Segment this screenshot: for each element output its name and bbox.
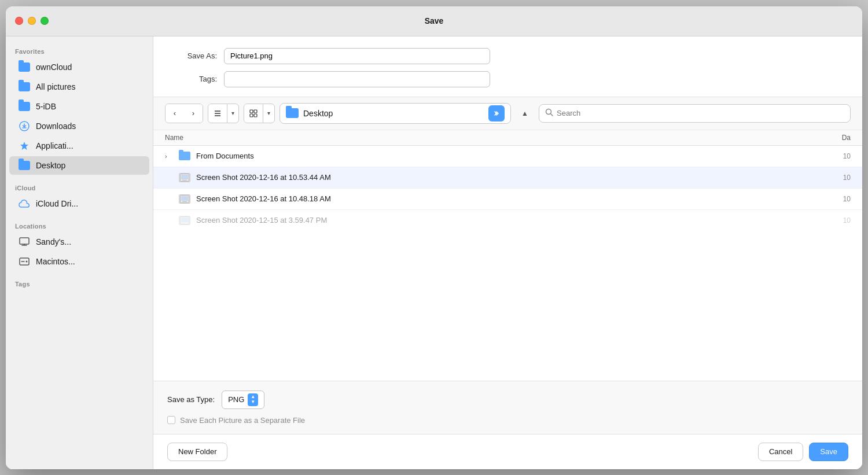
- screenshot-icon: [179, 193, 190, 205]
- table-row[interactable]: Screen Shot 2020-12-15 at 3.59.47 PM 10: [153, 210, 862, 231]
- file-name: Screen Shot 2020-12-16 at 10.53.44 AM: [196, 173, 810, 182]
- sidebar-item-label: 5-iDB: [36, 102, 56, 111]
- bottom-section: Save as Type: PNG ▲ ▼ Save Each Picture …: [153, 381, 862, 434]
- file-list-header: Name Da: [153, 130, 862, 146]
- download-icon: [19, 120, 30, 132]
- view-buttons: ▾: [208, 104, 239, 123]
- save-as-row: Save As:: [171, 48, 845, 64]
- date-column-header: Da: [816, 134, 851, 142]
- minimize-button[interactable]: [28, 17, 36, 25]
- list-view-button[interactable]: [208, 104, 227, 123]
- name-column-header: Name: [165, 134, 816, 142]
- svg-rect-12: [254, 114, 257, 117]
- file-list: › From Documents 10: [153, 146, 862, 381]
- table-row[interactable]: Screen Shot 2020-12-16 at 10.53.44 AM 10: [153, 167, 862, 189]
- tags-row: Tags:: [171, 71, 845, 87]
- expand-button[interactable]: ▲: [516, 104, 534, 123]
- sidebar-item-desktop[interactable]: Desktop: [9, 156, 149, 175]
- svg-rect-16: [181, 175, 188, 179]
- save-type-value: PNG: [228, 395, 244, 404]
- sidebar-item-macintosh[interactable]: Macintos...: [9, 252, 149, 271]
- search-bar[interactable]: [539, 104, 851, 123]
- grid-view-button[interactable]: [244, 104, 263, 123]
- sidebar-item-icloud[interactable]: iCloud Dri...: [9, 194, 149, 213]
- file-date: 10: [816, 216, 851, 224]
- table-row[interactable]: Screen Shot 2020-12-16 at 10.48.18 AM 10: [153, 189, 862, 210]
- sidebar-item-allpictures[interactable]: All pictures: [9, 78, 149, 96]
- favorites-label: Favorites: [6, 43, 153, 57]
- sidebar-item-downloads[interactable]: Downloads: [9, 117, 149, 135]
- new-folder-button[interactable]: New Folder: [167, 443, 227, 461]
- screenshot-icon: [179, 172, 190, 183]
- window-title: Save: [425, 16, 444, 25]
- svg-rect-17: [182, 180, 187, 181]
- save-dialog: Save Favorites ownCloud All pictures: [6, 6, 862, 469]
- search-icon: [545, 108, 553, 118]
- sidebar-item-label: Sandy's...: [36, 237, 71, 246]
- nav-buttons: ‹ ›: [165, 104, 203, 123]
- file-name: Screen Shot 2020-12-15 at 3.59.47 PM: [196, 216, 810, 224]
- search-input[interactable]: [557, 109, 844, 117]
- sidebar-item-label: iCloud Dri...: [36, 199, 78, 208]
- file-name: Screen Shot 2020-12-16 at 10.48.18 AM: [196, 194, 810, 203]
- file-name: From Documents: [196, 152, 810, 160]
- save-as-input[interactable]: [224, 48, 490, 64]
- desktop-folder-icon: [19, 160, 30, 171]
- maximize-button[interactable]: [41, 17, 49, 25]
- computer-icon: [19, 236, 30, 248]
- sidebar-item-sandys[interactable]: Sandy's...: [9, 233, 149, 251]
- table-row[interactable]: › From Documents 10: [153, 146, 862, 167]
- content-area: Save As: Tags: ‹ ›: [153, 36, 862, 469]
- back-button[interactable]: ‹: [165, 104, 184, 123]
- app-icon: [19, 140, 30, 152]
- harddrive-icon: [19, 256, 30, 267]
- location-bar[interactable]: Desktop: [279, 103, 511, 124]
- folder-icon: [19, 101, 30, 112]
- screenshot-icon: [179, 215, 190, 226]
- file-date: 10: [816, 195, 851, 203]
- select-arrows-icon: ▲ ▼: [248, 393, 258, 406]
- sidebar-item-owncloud[interactable]: ownCloud: [9, 58, 149, 76]
- list-view-dropdown[interactable]: ▾: [227, 104, 238, 123]
- checkbox-label: Save Each Picture as a Separate File: [180, 416, 305, 425]
- location-chevron[interactable]: [488, 105, 505, 121]
- toolbar: ‹ › ▾: [153, 97, 862, 130]
- separate-file-checkbox[interactable]: [167, 416, 175, 424]
- sidebar-item-5idb[interactable]: 5-iDB: [9, 97, 149, 116]
- svg-rect-2: [20, 238, 29, 244]
- tags-label: Tags: [6, 276, 153, 290]
- sidebar-item-label: ownCloud: [36, 62, 72, 72]
- location-name: Desktop: [303, 109, 484, 118]
- forward-button[interactable]: ›: [184, 104, 203, 123]
- footer: New Folder Cancel Save: [153, 434, 862, 469]
- svg-rect-10: [254, 110, 257, 113]
- location-folder-icon: [286, 108, 299, 118]
- svg-rect-22: [181, 218, 188, 222]
- save-type-label: Save as Type:: [167, 395, 215, 404]
- save-type-select[interactable]: PNG ▲ ▼: [222, 391, 264, 409]
- svg-rect-19: [181, 196, 188, 201]
- cancel-button[interactable]: Cancel: [758, 443, 803, 461]
- folder-icon: [179, 150, 190, 162]
- row-chevron: ›: [165, 153, 173, 160]
- tags-label: Tags:: [171, 75, 217, 83]
- sidebar-item-label: All pictures: [36, 82, 75, 91]
- cloud-icon: [19, 198, 30, 209]
- titlebar: Save: [6, 6, 862, 36]
- svg-point-4: [26, 260, 28, 262]
- tags-input[interactable]: [224, 71, 490, 87]
- close-button[interactable]: [15, 17, 23, 25]
- icloud-label: iCloud: [6, 180, 153, 194]
- form-section: Save As: Tags:: [153, 36, 862, 97]
- svg-rect-9: [250, 110, 253, 113]
- save-button[interactable]: Save: [809, 443, 848, 461]
- locations-label: Locations: [6, 218, 153, 232]
- sidebar-item-label: Downloads: [36, 121, 76, 131]
- traffic-lights: [15, 17, 49, 25]
- grid-view-dropdown[interactable]: ▾: [263, 104, 274, 123]
- sidebar-item-applications[interactable]: Applicati...: [9, 137, 149, 155]
- save-type-row: Save as Type: PNG ▲ ▼: [167, 391, 848, 409]
- footer-right: Cancel Save: [758, 443, 848, 461]
- sidebar-item-label: Desktop: [36, 161, 65, 170]
- main-area: Favorites ownCloud All pictures 5-iDB: [6, 36, 862, 469]
